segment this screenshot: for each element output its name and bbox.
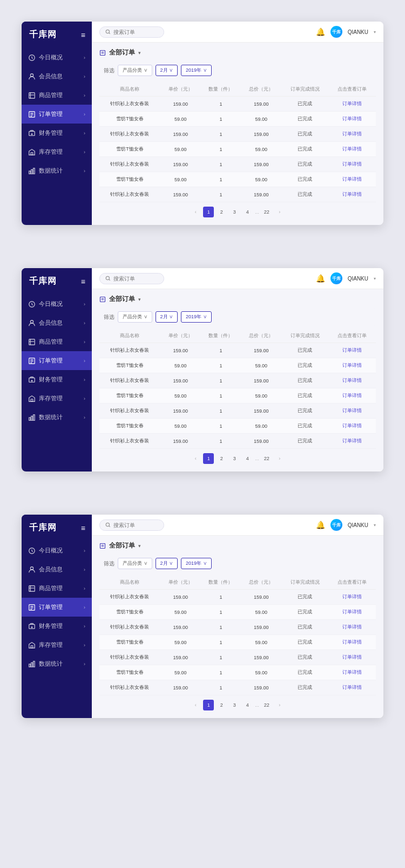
page-1-btn-p3[interactable]: 1 (203, 700, 214, 710)
page-4-btn-p3[interactable]: 4 (242, 700, 253, 710)
sidebar-item-member[interactable]: 会员信息 › (22, 67, 92, 86)
page-22-btn-p3[interactable]: 22 (261, 700, 272, 710)
filter-year-btn-p3[interactable]: 2019年 ∨ (181, 558, 212, 569)
cell-action[interactable]: 订单详情 (329, 404, 376, 419)
menu-icon-p2[interactable]: ≡ (81, 277, 85, 286)
cell-action[interactable]: 订单详情 (329, 112, 376, 127)
sidebar-item-finance[interactable]: 财务管理 › (22, 124, 92, 142)
page-22-btn-p2[interactable]: 22 (261, 453, 272, 464)
prev-page-btn-p3[interactable]: ‹ (190, 700, 201, 710)
cell-action[interactable]: 订单详情 (329, 605, 376, 620)
page-2-btn[interactable]: 2 (216, 207, 227, 217)
next-page-btn-p2[interactable]: › (274, 453, 285, 464)
filter-month-btn-p2[interactable]: 2月 ∨ (156, 311, 178, 323)
dropdown-arrow-icon-p2[interactable]: ▾ (374, 276, 376, 281)
order-title-arrow-icon[interactable]: ▾ (138, 50, 141, 56)
order-detail-btn[interactable]: 订单详情 (342, 392, 362, 399)
order-detail-btn[interactable]: 订单详情 (342, 146, 362, 153)
cell-action[interactable]: 订单详情 (329, 358, 376, 373)
cell-action[interactable]: 订单详情 (329, 373, 376, 388)
page-4-btn-p2[interactable]: 4 (242, 453, 253, 464)
filter-category-btn[interactable]: 产品分类 ∨ (118, 65, 152, 76)
cell-action[interactable]: 订单详情 (329, 157, 376, 172)
sidebar-item-stats-p2[interactable]: 数据统计 › (22, 408, 92, 427)
order-detail-btn[interactable]: 订单详情 (342, 161, 362, 168)
filter-month-btn[interactable]: 2月 ∨ (156, 65, 178, 76)
order-detail-btn[interactable]: 订单详情 (342, 669, 362, 676)
bell-icon-p3[interactable]: 🔔 (316, 521, 325, 529)
page-4-btn[interactable]: 4 (242, 207, 253, 217)
order-detail-btn[interactable]: 订单详情 (342, 176, 362, 183)
cell-action[interactable]: 订单详情 (329, 97, 376, 112)
cell-action[interactable]: 订单详情 (329, 590, 376, 605)
page-1-btn[interactable]: 1 (203, 207, 214, 217)
order-title-arrow-p3[interactable]: ▾ (138, 543, 141, 549)
sidebar-item-stats-p3[interactable]: 数据统计 › (22, 654, 92, 673)
sidebar-item-finance-p3[interactable]: 财务管理 › (22, 617, 92, 635)
order-detail-btn[interactable]: 订单详情 (342, 407, 362, 414)
next-page-btn[interactable]: › (274, 207, 285, 217)
next-page-btn-p3[interactable]: › (274, 700, 285, 710)
cell-action[interactable]: 订单详情 (329, 680, 376, 695)
search-input-p2[interactable] (113, 276, 157, 282)
menu-icon-p3[interactable]: ≡ (81, 524, 85, 532)
sidebar-item-goods-p2[interactable]: 商品管理 › (22, 332, 92, 351)
sidebar-item-overview-p3[interactable]: 今日概况 › (22, 541, 92, 560)
page-22-btn[interactable]: 22 (261, 207, 272, 217)
order-detail-btn[interactable]: 订单详情 (342, 639, 362, 646)
sidebar-item-inventory-p3[interactable]: 库存管理 › (22, 635, 92, 654)
order-detail-btn[interactable]: 订单详情 (342, 115, 362, 122)
page-3-btn-p2[interactable]: 3 (229, 453, 240, 464)
order-detail-btn[interactable]: 订单详情 (342, 438, 362, 445)
cell-action[interactable]: 订单详情 (329, 419, 376, 434)
sidebar-item-stats[interactable]: 数据统计 › (22, 161, 92, 180)
search-input-p3[interactable] (113, 522, 157, 528)
order-detail-btn[interactable]: 订单详情 (342, 191, 362, 198)
order-detail-btn[interactable]: 订单详情 (342, 684, 362, 691)
filter-year-btn-p2[interactable]: 2019年 ∨ (181, 311, 212, 323)
cell-action[interactable]: 订单详情 (329, 650, 376, 665)
order-detail-btn[interactable]: 订单详情 (342, 609, 362, 616)
order-detail-btn[interactable]: 订单详情 (342, 362, 362, 369)
dropdown-arrow-icon[interactable]: ▾ (374, 30, 376, 35)
prev-page-btn[interactable]: ‹ (190, 207, 201, 217)
order-detail-btn[interactable]: 订单详情 (342, 624, 362, 631)
sidebar-item-overview-p2[interactable]: 今日概况 › (22, 295, 92, 313)
bell-icon-p2[interactable]: 🔔 (316, 274, 325, 283)
sidebar-item-member-p2[interactable]: 会员信息 › (22, 313, 92, 332)
bell-icon[interactable]: 🔔 (316, 28, 325, 36)
order-detail-btn[interactable]: 订单详情 (342, 100, 362, 107)
cell-action[interactable]: 订单详情 (329, 665, 376, 680)
page-1-btn-p2[interactable]: 1 (203, 453, 214, 464)
filter-year-btn[interactable]: 2019年 ∨ (181, 65, 212, 76)
prev-page-btn-p2[interactable]: ‹ (190, 453, 201, 464)
sidebar-item-finance-p2[interactable]: 财务管理 › (22, 370, 92, 389)
search-box[interactable] (99, 26, 164, 38)
cell-action[interactable]: 订单详情 (329, 434, 376, 449)
order-detail-btn[interactable]: 订单详情 (342, 377, 362, 384)
sidebar-item-overview[interactable]: 今日概况 › (22, 48, 92, 67)
order-detail-btn[interactable]: 订单详情 (342, 131, 362, 138)
page-2-btn-p3[interactable]: 2 (216, 700, 227, 710)
cell-action[interactable]: 订单详情 (329, 620, 376, 635)
search-box-p3[interactable] (99, 520, 164, 531)
sidebar-item-inventory[interactable]: 库存管理 › (22, 142, 92, 161)
search-box-p2[interactable] (99, 273, 164, 284)
cell-action[interactable]: 订单详情 (329, 388, 376, 404)
sidebar-item-orders[interactable]: 订单管理 › (22, 105, 92, 124)
search-input[interactable] (113, 29, 157, 35)
cell-action[interactable]: 订单详情 (329, 187, 376, 202)
cell-action[interactable]: 订单详情 (329, 127, 376, 142)
cell-action[interactable]: 订单详情 (329, 142, 376, 157)
page-3-btn[interactable]: 3 (229, 207, 240, 217)
page-2-btn-p2[interactable]: 2 (216, 453, 227, 464)
order-title-arrow-p2[interactable]: ▾ (138, 297, 141, 302)
sidebar-item-goods-p3[interactable]: 商品管理 › (22, 579, 92, 598)
sidebar-item-inventory-p2[interactable]: 库存管理 › (22, 389, 92, 408)
sidebar-item-member-p3[interactable]: 会员信息 › (22, 560, 92, 579)
page-3-btn-p3[interactable]: 3 (229, 700, 240, 710)
order-detail-btn[interactable]: 订单详情 (342, 593, 362, 600)
sidebar-item-orders-p3[interactable]: 订单管理 › (22, 598, 92, 617)
sidebar-item-goods[interactable]: 商品管理 › (22, 86, 92, 105)
filter-category-btn-p3[interactable]: 产品分类 ∨ (118, 558, 152, 569)
